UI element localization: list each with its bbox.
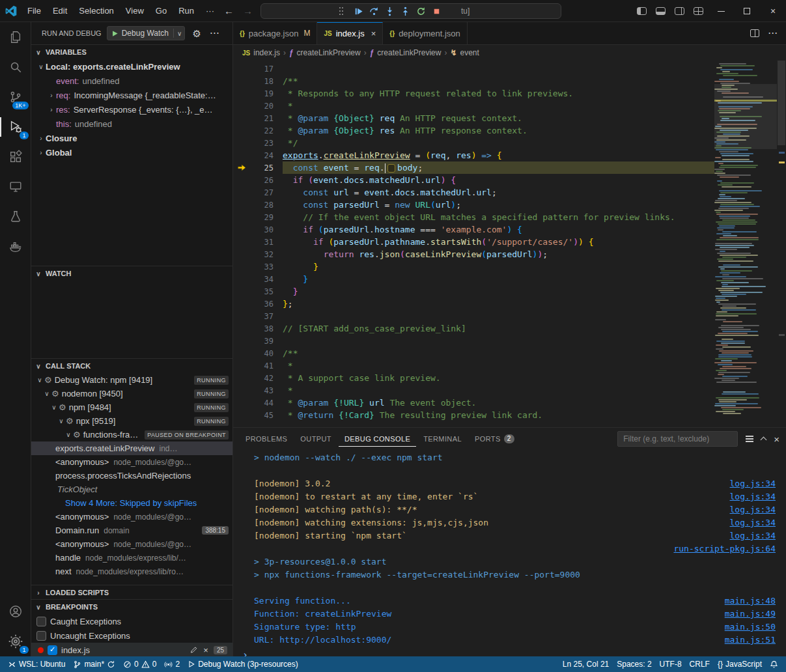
source-location-link[interactable]: main.js:51 [725,635,776,645]
watch-header[interactable]: ∨ WATCH [31,266,232,281]
activity-remote-explorer[interactable] [0,172,31,202]
source-location-link[interactable]: log.js:34 [730,479,776,488]
chevron-down-icon[interactable]: ∨ [177,30,182,37]
debug-toolbar-grip[interactable] [339,7,344,16]
tab-close-icon[interactable]: × [371,29,376,38]
activity-explorer[interactable] [0,22,31,52]
split-editor-icon[interactable] [750,29,759,37]
variable-row[interactable]: › req: IncomingMessage {_readableState:… [31,88,232,102]
code-line[interactable]: 19 * Responds to any HTTP request relate… [233,87,714,100]
code-line[interactable]: 18/** [233,75,714,87]
console-settings-icon[interactable] [746,436,753,442]
minimize-button[interactable] [708,0,734,22]
code-line[interactable]: 32 return res.json(caseLinkPreview(parse… [233,248,714,260]
minimap-slider[interactable] [714,84,777,149]
checkbox-uncaught-exceptions[interactable] [36,631,46,641]
call-stack-row[interactable]: ⚙ exports.createLinkPreview ind… [31,441,232,455]
debug-step-into-button[interactable] [382,4,397,18]
checkbox-breakpoint-indexjs[interactable] [48,645,57,655]
source-location-link[interactable]: run-script-pkg.js:64 [673,544,776,553]
variable-row[interactable]: event: undefined [31,74,232,88]
code-line[interactable]: 43 * [233,384,714,397]
debug-console-input[interactable]: › [254,649,776,656]
loaded-scripts-header[interactable]: › LOADED SCRIPTS [31,585,232,599]
menu-item[interactable]: Go [150,4,172,18]
breadcrumb-item-symbol[interactable]: event [460,48,479,57]
forwarded-ports-status[interactable]: 2 [160,656,184,672]
git-branch-status[interactable]: main* [69,656,119,672]
code-line[interactable]: 36}; [233,298,714,310]
source-location-link[interactable]: log.js:34 [730,518,776,527]
code-line[interactable]: 28 const parsedUrl = new URL(url); [233,199,714,211]
nav-forward-icon[interactable]: → [243,5,253,16]
source-location-link[interactable]: main.js:48 [725,596,776,606]
breakpoints-header[interactable]: ∨ BREAKPOINTS [31,600,232,614]
activity-search[interactable] [0,52,31,82]
breadcrumb-item-function[interactable]: createLinkPreview [377,48,441,57]
activity-settings-gear[interactable]: 1 [0,626,31,656]
call-stack-row[interactable]: ⚙ <anonymous> node_modules/@go… [31,455,232,469]
code-line[interactable]: 44 * @param {!URL} url The event object. [233,397,714,409]
code-line[interactable]: 21 * @param {Object} req An HTTP request… [233,112,714,124]
code-line[interactable]: 40/** [233,347,714,359]
call-stack-row[interactable]: ∨ ⚙ nodemon [9450] RUNNING [31,387,232,400]
tab-terminal[interactable]: TERMINAL [417,431,468,447]
activity-extensions[interactable] [0,142,31,172]
code-line[interactable]: 27 const url = event.docs.matchedUrl.url… [233,186,714,199]
debug-stop-button[interactable] [428,4,444,18]
indentation-status[interactable]: Spaces: 2 [613,660,655,669]
notifications-bell[interactable] [766,660,782,669]
tab-indexjs[interactable]: JS index.js × [317,22,383,44]
call-stack-row[interactable]: ⚙ Show 4 More: Skipped by skipFiles [31,496,232,510]
code-line[interactable]: 35 } [233,285,714,298]
call-stack-row[interactable]: ∨ ⚙ Debug Watch: npm [9419] RUNNING [31,373,232,387]
call-stack-row[interactable]: ⚙ <anonymous> node_modules/@go… [31,537,232,551]
code-line[interactable]: 17 [233,63,714,75]
tab-packagejson[interactable]: {} package.json M [233,22,317,44]
toggle-panel-icon[interactable] [656,7,666,15]
code-line[interactable]: 39 [233,335,714,347]
debug-settings-gear-icon[interactable]: ⚙ [190,29,203,38]
breadcrumb-item-file[interactable]: index.js [253,48,280,57]
console-filter-input[interactable] [617,431,738,447]
activity-accounts[interactable] [0,596,31,626]
code-line[interactable]: 41 * [233,359,714,372]
debug-continue-button[interactable] [350,4,366,18]
code-line[interactable]: 23 */ [233,137,714,149]
variable-row[interactable]: this: undefined [31,117,232,131]
encoding-status[interactable]: UTF-8 [656,660,686,669]
command-center[interactable]: tu] [260,3,561,19]
breakpoint-uncaught-exceptions[interactable]: Uncaught Exceptions [31,628,232,643]
debug-step-over-button[interactable] [366,4,382,18]
maximize-button[interactable] [734,0,760,22]
code-area[interactable]: 1718/**19 * Responds to any HTTP request… [233,61,714,427]
maximize-panel-icon[interactable] [761,437,767,443]
nav-back-icon[interactable]: ← [224,5,234,16]
tab-ports[interactable]: PORTS2 [469,430,520,447]
customize-layout-icon[interactable] [694,7,703,15]
call-stack-row[interactable]: ⚙ handle node_modules/express/lib/… [31,551,232,565]
call-stack-row[interactable]: ⚙ Domain.run domain 388:15 [31,524,232,537]
views-more-icon[interactable]: ··· [208,29,221,38]
edit-breakpoint-icon[interactable] [190,646,198,654]
debug-step-out-button[interactable] [397,4,413,18]
activity-run-and-debug[interactable]: 1 [0,112,31,142]
menu-item[interactable]: ··· [201,4,219,18]
breadcrumb-item-function[interactable]: createLinkPreview [297,48,361,57]
call-stack-row[interactable]: ⚙ <anonymous> node_modules/@go… [31,510,232,524]
tab-problems[interactable]: PROBLEMS [240,431,293,447]
variable-row[interactable]: › res: ServerResponse {_events: {…}, _e… [31,102,232,117]
tab-deploymentjson[interactable]: {} deployment.json [383,22,467,44]
scope-row-local[interactable]: ∨ Local: exports.createLinkPreview [31,59,232,74]
checkbox-caught-exceptions[interactable] [36,617,46,626]
menu-item[interactable]: Selection [74,4,119,18]
code-line[interactable]: 31 if (parsedUrl.pathname.startsWith('/s… [233,236,714,248]
menu-item[interactable]: File [22,4,46,18]
editor-scrollbar[interactable] [777,61,786,427]
activity-testing[interactable] [0,202,31,232]
code-line[interactable]: 37 [233,310,714,322]
scope-row-global[interactable]: › Global [31,145,232,160]
inline-breakpoint-icon[interactable] [387,164,395,173]
activity-source-control[interactable]: 1K+ [0,82,31,112]
code-line[interactable]: 33 } [233,260,714,273]
